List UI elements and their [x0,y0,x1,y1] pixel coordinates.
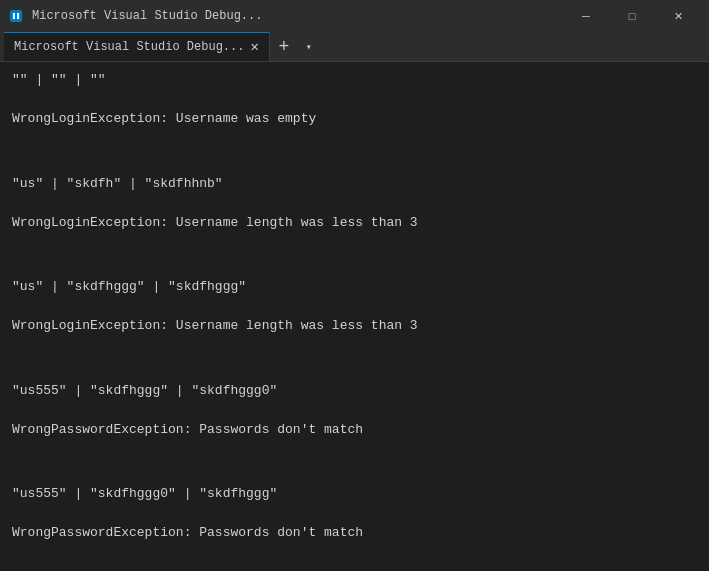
window-title: Microsoft Visual Studio Debug... [32,9,555,23]
svg-rect-0 [10,10,22,22]
console-line [12,252,697,258]
console-line: WrongLoginException: Username length was… [12,316,697,336]
console-line [12,148,697,154]
console-line: "us555" | "skdfhggg0" | "skdfhggg" [12,484,697,504]
console-line [12,562,697,568]
title-bar: Microsoft Visual Studio Debug... ─ □ ✕ [0,0,709,32]
title-bar-controls: ─ □ ✕ [563,0,701,32]
active-tab[interactable]: Microsoft Visual Studio Debug... ✕ [4,32,270,61]
console-line: WrongPasswordException: Passwords don't … [12,420,697,440]
close-button[interactable]: ✕ [655,0,701,32]
svg-rect-1 [13,13,15,19]
debug-icon [8,8,24,24]
console-line: "us" | "skdfhggg" | "skdfhggg" [12,277,697,297]
tab-dropdown-button[interactable]: ▾ [298,32,320,61]
minimize-button[interactable]: ─ [563,0,609,32]
console-line: WrongPasswordException: Passwords don't … [12,523,697,543]
maximize-button[interactable]: □ [609,0,655,32]
console-line: WrongLoginException: Username length was… [12,213,697,233]
console-output: "" | "" | ""WrongLoginException: Usernam… [0,62,709,571]
console-line [12,459,697,465]
console-line: "us555" | "skdfhggg" | "skdfhggg0" [12,381,697,401]
svg-rect-2 [17,13,19,19]
tab-close-icon[interactable]: ✕ [250,40,258,54]
console-line: "" | "" | "" [12,70,697,90]
console-line: "us" | "skdfh" | "skdfhhnb" [12,174,697,194]
console-line: WrongLoginException: Username was empty [12,109,697,129]
add-tab-button[interactable]: + [270,32,298,61]
tab-label: Microsoft Visual Studio Debug... [14,40,244,54]
tab-bar: Microsoft Visual Studio Debug... ✕ + ▾ [0,32,709,62]
console-line [12,355,697,361]
